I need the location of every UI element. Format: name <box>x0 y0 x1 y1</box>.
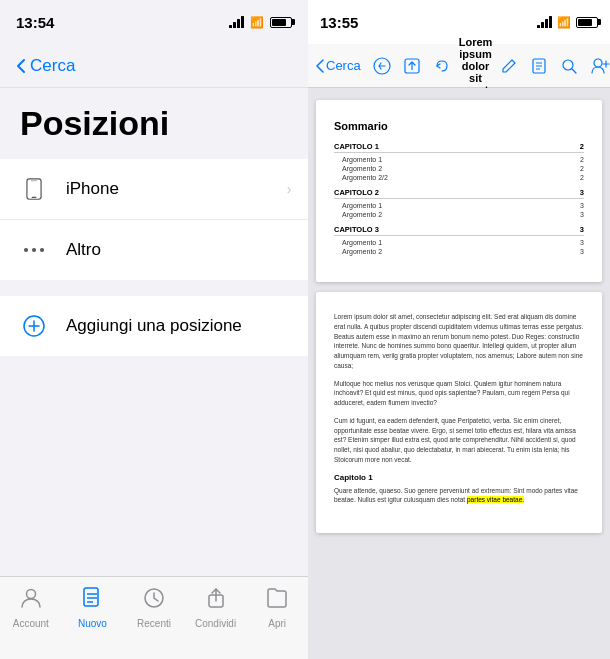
iphone-icon <box>16 171 52 207</box>
wifi-icon: 📶 <box>250 16 264 29</box>
toc-chapter-1-header: CAPITOLO 1 2 <box>334 142 584 153</box>
signal-icon <box>229 16 244 28</box>
svg-point-26 <box>594 59 602 67</box>
toc-page: Sommario CAPITOLO 1 2 Argomento 1 2 Argo… <box>316 100 602 282</box>
body-paragraph-1: Lorem ipsum dolor sit amet, consectetur … <box>334 312 584 371</box>
toc-item: Argomento 2 2 <box>334 164 584 173</box>
doc-title: Lorem ipsum dolor sit amet <box>459 36 493 96</box>
location-list: iPhone › Altro <box>0 159 308 280</box>
svg-point-24 <box>563 60 573 70</box>
toc-item: Argomento 2/2 2 <box>334 173 584 182</box>
left-panel: 13:54 📶 Cerca Posizioni <box>0 0 308 659</box>
toc-item: Argomento 1 2 <box>334 155 584 164</box>
tab-apri[interactable]: Apri <box>246 585 308 629</box>
toc-chapter-2-header: CAPITOLO 2 3 <box>334 188 584 199</box>
toc-item: Argomento 1 3 <box>334 238 584 247</box>
body-page: Lorem ipsum dolor sit amet, consectetur … <box>316 292 602 533</box>
svg-rect-1 <box>32 197 37 198</box>
nav-person-plus-btn[interactable] <box>586 53 610 79</box>
tab-account-label: Account <box>13 618 49 629</box>
toc-chapter-1: CAPITOLO 1 2 Argomento 1 2 Argomento 2 2… <box>334 142 584 182</box>
left-status-icons: 📶 <box>229 16 292 29</box>
altro-item[interactable]: Altro <box>0 220 308 280</box>
nav-left-btn[interactable] <box>369 53 395 79</box>
left-status-time: 13:54 <box>16 14 54 31</box>
left-tab-bar: Account Nuovo Recenti <box>0 576 308 659</box>
apri-icon <box>264 585 290 615</box>
right-wifi-icon: 📶 <box>557 16 571 29</box>
left-status-bar: 13:54 📶 <box>0 0 308 44</box>
back-button-right[interactable]: Cerca <box>316 58 361 73</box>
tab-recenti-label: Recenti <box>137 618 171 629</box>
add-label: Aggiungi una posizione <box>66 316 242 336</box>
left-nav-bar: Cerca <box>0 44 308 88</box>
battery-icon <box>270 17 292 28</box>
back-label-left: Cerca <box>30 56 75 76</box>
iphone-item[interactable]: iPhone › <box>0 159 308 220</box>
toc-item: Argomento 1 3 <box>334 201 584 210</box>
highlighted-text: partes vitae beatae. <box>467 496 524 503</box>
chevron-right-icon: › <box>287 181 292 197</box>
chapter1-heading: Capitolo 1 <box>334 473 584 482</box>
toc-chapter-3: CAPITOLO 3 3 Argomento 1 3 Argomento 2 3 <box>334 225 584 256</box>
body-paragraph-2: Multoque hoc melius nos verusque quam St… <box>334 379 584 408</box>
account-icon <box>18 585 44 615</box>
tab-recenti[interactable]: Recenti <box>123 585 185 629</box>
nav-search-btn[interactable] <box>556 53 582 79</box>
tab-condividi-label: Condividi <box>195 618 236 629</box>
back-button-left[interactable]: Cerca <box>16 56 75 76</box>
tab-apri-label: Apri <box>268 618 286 629</box>
right-battery-icon <box>576 17 598 28</box>
recenti-icon <box>141 585 167 615</box>
svg-rect-2 <box>31 180 37 181</box>
condividi-icon <box>203 585 229 615</box>
svg-point-9 <box>26 590 35 599</box>
iphone-label: iPhone <box>66 179 287 199</box>
svg-point-3 <box>24 248 28 252</box>
add-position-item[interactable]: Aggiungi una posizione <box>0 296 308 356</box>
tab-nuovo[interactable]: Nuovo <box>62 585 124 629</box>
right-status-time: 13:55 <box>320 14 358 31</box>
right-content[interactable]: Sommario CAPITOLO 1 2 Argomento 1 2 Argo… <box>308 88 610 659</box>
right-signal-icon <box>537 16 552 28</box>
add-icon <box>16 308 52 344</box>
nav-doc-btn[interactable] <box>526 53 552 79</box>
svg-point-5 <box>40 248 44 252</box>
back-label-right: Cerca <box>326 58 361 73</box>
back-chevron-icon <box>16 58 26 74</box>
nav-undo-btn[interactable] <box>429 53 455 79</box>
tab-account[interactable]: Account <box>0 585 62 629</box>
nav-export-btn[interactable] <box>399 53 425 79</box>
svg-rect-10 <box>84 588 98 606</box>
svg-rect-0 <box>27 179 41 199</box>
svg-point-4 <box>32 248 36 252</box>
page-title-left: Posizioni <box>0 88 308 151</box>
right-back-chevron-icon <box>316 59 324 73</box>
nuovo-icon <box>79 585 105 615</box>
right-panel: 13:55 📶 Cerca <box>308 0 610 659</box>
tab-condividi[interactable]: Condividi <box>185 585 247 629</box>
toc-item: Argomento 2 3 <box>334 210 584 219</box>
nav-pencil-btn[interactable] <box>496 53 522 79</box>
right-status-icons: 📶 <box>537 16 598 29</box>
tab-nuovo-label: Nuovo <box>78 618 107 629</box>
altro-label: Altro <box>66 240 292 260</box>
svg-line-25 <box>572 69 576 73</box>
right-nav-bar: Cerca Lorem ipsum dolor sit amet <box>308 44 610 88</box>
sommario-title: Sommario <box>334 120 584 132</box>
dots-icon <box>16 232 52 268</box>
toc-item: Argomento 2 3 <box>334 247 584 256</box>
chapter1-text: Quare attende, quaeso. Suo genere perven… <box>334 486 584 506</box>
toc-chapter-3-header: CAPITOLO 3 3 <box>334 225 584 236</box>
toc-chapter-2: CAPITOLO 2 3 Argomento 1 3 Argomento 2 3 <box>334 188 584 219</box>
body-paragraph-3: Cum id fugunt, ea eadem defenderit, quae… <box>334 416 584 465</box>
